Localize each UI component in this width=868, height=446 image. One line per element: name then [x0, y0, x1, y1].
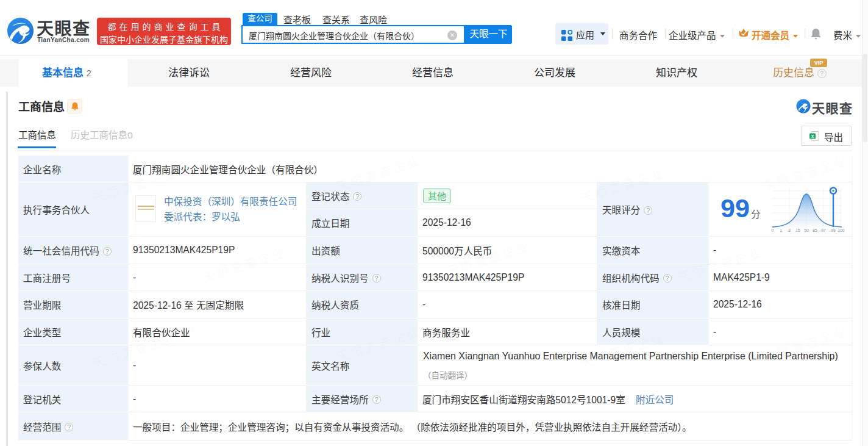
svg-text:3: 3 — [788, 228, 791, 232]
svg-text:99: 99 — [831, 228, 836, 232]
svg-text:X: X — [811, 134, 814, 138]
svg-text:15: 15 — [795, 228, 800, 232]
svg-text:100: 100 — [838, 228, 844, 232]
svg-text:0: 0 — [771, 228, 774, 232]
svg-text:85: 85 — [813, 228, 817, 232]
svg-text:97: 97 — [821, 228, 826, 232]
svg-text:50: 50 — [804, 228, 809, 232]
svg-text:1: 1 — [780, 228, 782, 232]
